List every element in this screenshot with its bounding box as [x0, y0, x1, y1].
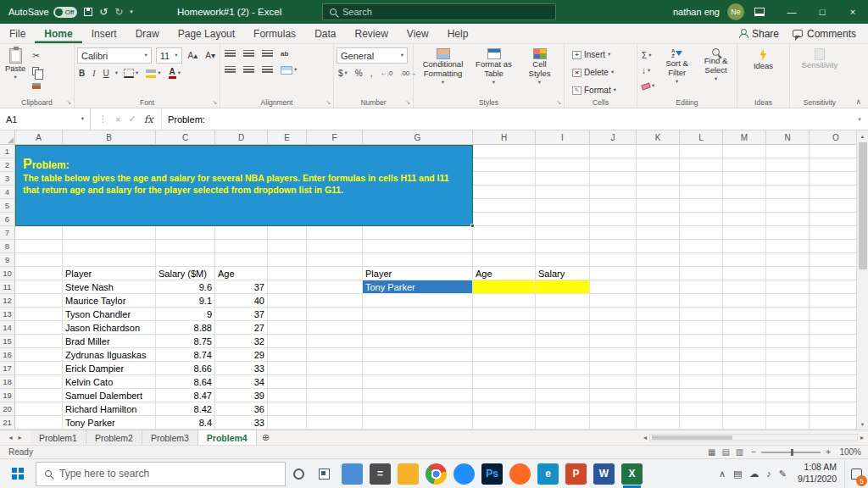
cell-G14[interactable] [363, 321, 473, 335]
name-box-caret[interactable]: ▾ [81, 116, 84, 122]
cell-J13[interactable] [590, 308, 637, 321]
zoom-slider[interactable] [761, 452, 821, 453]
cell-K3[interactable] [637, 172, 680, 186]
percent-style-button[interactable]: % [353, 67, 364, 80]
cell-E18[interactable] [268, 375, 307, 389]
cell-E7[interactable] [268, 226, 307, 240]
taskbar-app-firefox[interactable] [509, 463, 531, 485]
cell-G17[interactable] [363, 362, 473, 375]
insert-cells-button[interactable]: Insert▾ [570, 47, 634, 62]
vertical-scrollbar[interactable]: ▴ ▾ [856, 130, 868, 430]
cell-E8[interactable] [268, 240, 307, 253]
column-header-d[interactable]: D [215, 130, 268, 145]
conditional-formatting-button[interactable]: Conditional Formatting ▾ [420, 47, 467, 97]
format-painter-button[interactable] [31, 80, 45, 92]
cell-G15[interactable] [363, 335, 473, 348]
expand-formula-bar-button[interactable]: ▾ [851, 108, 868, 130]
cell-O16[interactable] [810, 348, 863, 362]
cell-N21[interactable] [766, 416, 810, 430]
cell-H16[interactable] [473, 348, 536, 362]
row-header-12[interactable]: 12 [0, 294, 15, 308]
comments-button[interactable]: Comments [793, 28, 856, 40]
cell-H9[interactable] [473, 253, 536, 267]
merge-center-button[interactable]: ▾ [279, 64, 298, 76]
cell-J9[interactable] [590, 253, 637, 267]
cell-H18[interactable] [473, 375, 536, 389]
cell-E17[interactable] [268, 362, 307, 375]
cell-H21[interactable] [473, 416, 536, 430]
cell-C10[interactable]: Salary ($M) [156, 267, 215, 280]
cell-M10[interactable] [723, 267, 766, 280]
cell-L13[interactable] [680, 308, 723, 321]
cell-N17[interactable] [766, 362, 810, 375]
row-header-1[interactable]: 1 [0, 145, 15, 158]
cell-O14[interactable] [810, 321, 863, 335]
sheet-tab-problem2[interactable]: Problem2 [86, 430, 142, 445]
cell-N7[interactable] [766, 226, 810, 240]
cell-N11[interactable] [766, 280, 810, 294]
autosave-toggle[interactable]: AutoSave Off [8, 7, 77, 18]
taskbar-app-calculator[interactable]: = [370, 463, 391, 485]
sort-filter-button[interactable]: AZ Sort & Filter ▾ [659, 47, 695, 97]
cell-J5[interactable] [590, 199, 637, 213]
cell-I8[interactable] [536, 240, 590, 253]
cell-B12[interactable]: Maurice Taylor [63, 294, 156, 308]
taskbar-search-input[interactable] [59, 468, 276, 480]
row-header-19[interactable]: 19 [0, 389, 15, 402]
row-header-10[interactable]: 10 [0, 267, 15, 280]
ribbon-tab-page-layout[interactable]: Page Layout [169, 24, 244, 43]
cell-N4[interactable] [766, 186, 810, 199]
problem-textbox[interactable]: Problem: The table below gives the age a… [15, 145, 473, 226]
find-select-button[interactable]: Find & Select ▾ [698, 47, 734, 97]
cell-A12[interactable] [15, 294, 63, 308]
column-header-j[interactable]: J [590, 130, 637, 145]
cell-M5[interactable] [723, 199, 766, 213]
cell-K16[interactable] [637, 348, 680, 362]
cell-C20[interactable]: 8.42 [156, 402, 215, 416]
next-sheet-arrow[interactable]: ▸ [19, 434, 22, 441]
column-header-a[interactable]: A [15, 130, 63, 145]
cell-B10[interactable]: Player [63, 267, 156, 280]
cell-E12[interactable] [268, 294, 307, 308]
task-view-button[interactable] [311, 469, 337, 480]
cell-J7[interactable] [590, 226, 637, 240]
cell-N9[interactable] [766, 253, 810, 267]
cortana-button[interactable] [286, 469, 311, 480]
cell-A18[interactable] [15, 375, 63, 389]
cell-N13[interactable] [766, 308, 810, 321]
cell-N19[interactable] [766, 389, 810, 402]
page-layout-view-button[interactable]: ▤ [721, 447, 729, 457]
column-header-i[interactable]: I [536, 130, 590, 145]
cell-D21[interactable]: 33 [215, 416, 268, 430]
cell-K1[interactable] [637, 145, 680, 158]
cell-B8[interactable] [63, 240, 156, 253]
cell-H17[interactable] [473, 362, 536, 375]
cell-K12[interactable] [637, 294, 680, 308]
cell-B21[interactable]: Tony Parker [63, 416, 156, 430]
cell-L5[interactable] [680, 199, 723, 213]
taskbar-app-powerpoint[interactable]: P [565, 463, 587, 485]
cell-F8[interactable] [307, 240, 363, 253]
cell-N15[interactable] [766, 335, 810, 348]
autosum-button[interactable]: Σ▾ [640, 49, 656, 62]
cell-O7[interactable] [810, 226, 863, 240]
cell-F16[interactable] [307, 348, 363, 362]
cell-K15[interactable] [637, 335, 680, 348]
cell-D12[interactable]: 40 [215, 294, 268, 308]
cell-G18[interactable] [363, 375, 473, 389]
cell-I21[interactable] [536, 416, 590, 430]
cell-I9[interactable] [536, 253, 590, 267]
cell-G10[interactable]: Player [363, 267, 473, 280]
cell-I16[interactable] [536, 348, 590, 362]
cell-K11[interactable] [637, 280, 680, 294]
autosave-pill[interactable]: Off [53, 7, 78, 18]
cell-L8[interactable] [680, 240, 723, 253]
cell-J1[interactable] [590, 145, 637, 158]
fill-handle[interactable] [470, 224, 475, 228]
format-cells-button[interactable]: Format▾ [570, 83, 634, 97]
borders-button[interactable]: ▾ [122, 67, 140, 80]
paste-button[interactable]: Paste ▾ [3, 47, 28, 97]
cell-K17[interactable] [637, 362, 680, 375]
cell-G13[interactable] [363, 308, 473, 321]
cell-M14[interactable] [723, 321, 766, 335]
